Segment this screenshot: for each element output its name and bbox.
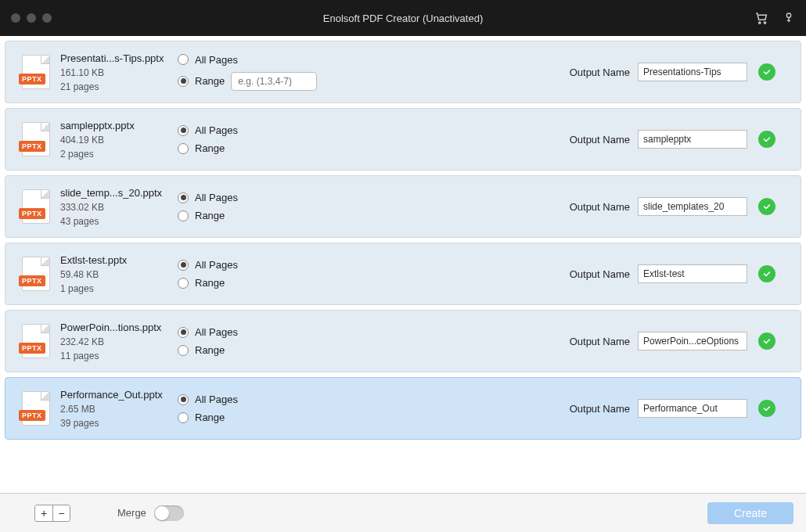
- output-name-input[interactable]: [638, 130, 747, 149]
- file-name: Performance_Out.pptx: [60, 389, 178, 401]
- range-radio[interactable]: [178, 143, 189, 154]
- all-pages-label: All Pages: [195, 54, 238, 66]
- file-type-icon: PPTX: [20, 324, 52, 358]
- close-window-button[interactable]: [11, 13, 20, 23]
- all-pages-radio[interactable]: [178, 192, 189, 203]
- output-name-label: Output Name: [570, 336, 630, 347]
- range-label: Range: [195, 277, 225, 289]
- status-column: [747, 332, 786, 350]
- file-type-tag: PPTX: [19, 275, 45, 286]
- file-info: slide_temp...s_20.pptx333.02 KB43 pages: [52, 187, 178, 227]
- range-label: Range: [195, 210, 225, 221]
- page-selection: All PagesRange: [178, 394, 373, 423]
- file-page-count: 39 pages: [60, 418, 178, 429]
- output-name-label: Output Name: [570, 134, 630, 146]
- range-label: Range: [195, 75, 225, 87]
- zoom-window-button[interactable]: [42, 13, 52, 23]
- status-column: [747, 400, 786, 417]
- range-input[interactable]: [231, 72, 317, 91]
- file-page-count: 2 pages: [60, 149, 178, 160]
- output-name-input[interactable]: [638, 399, 747, 418]
- file-size: 59.48 KB: [60, 269, 178, 280]
- all-pages-radio[interactable]: [178, 125, 189, 136]
- file-type-tag: PPTX: [19, 410, 45, 421]
- file-type-tag: PPTX: [19, 208, 45, 219]
- remove-file-button[interactable]: −: [52, 505, 70, 521]
- file-name: PowerPoin...tions.pptx: [60, 322, 178, 333]
- file-list: PPTXPresentati...s-Tips.pptx161.10 KB21 …: [0, 36, 806, 493]
- status-column: [747, 131, 786, 148]
- status-column: [747, 265, 786, 282]
- output-name-input[interactable]: [638, 63, 747, 81]
- add-remove-group: + −: [34, 505, 70, 522]
- file-row[interactable]: PPTXPerformance_Out.pptx2.65 MB39 pagesA…: [5, 377, 801, 440]
- file-type-icon: PPTX: [20, 122, 52, 156]
- page-selection: All PagesRange: [178, 54, 373, 91]
- svg-point-2: [786, 13, 790, 17]
- file-name: Presentati...s-Tips.pptx: [60, 52, 178, 64]
- file-page-count: 21 pages: [60, 81, 178, 92]
- file-row[interactable]: PPTXPowerPoin...tions.pptx232.42 KB11 pa…: [5, 310, 801, 372]
- file-type-icon: PPTX: [20, 189, 52, 224]
- minimize-window-button[interactable]: [27, 13, 36, 23]
- file-row[interactable]: PPTXExtlst-test.pptx59.48 KB1 pagesAll P…: [5, 243, 801, 305]
- output-column: Output Name: [570, 399, 747, 418]
- page-selection: All PagesRange: [178, 259, 373, 289]
- status-success-icon: [758, 400, 775, 417]
- file-info: PowerPoin...tions.pptx232.42 KB11 pages: [52, 322, 178, 361]
- output-name-input[interactable]: [638, 197, 747, 216]
- file-size: 333.02 KB: [60, 202, 178, 213]
- range-radio[interactable]: [178, 76, 189, 87]
- svg-point-1: [764, 22, 765, 23]
- range-radio[interactable]: [178, 412, 189, 423]
- output-name-label: Output Name: [570, 268, 630, 280]
- file-type-tag: PPTX: [19, 343, 45, 354]
- window-controls: [11, 13, 52, 23]
- file-page-count: 43 pages: [60, 216, 178, 227]
- status-success-icon: [758, 131, 775, 148]
- range-label: Range: [195, 142, 225, 154]
- range-label: Range: [195, 412, 225, 423]
- window-title: Enolsoft PDF Creator (Unactivated): [0, 13, 806, 24]
- range-radio[interactable]: [178, 278, 189, 289]
- status-column: [747, 63, 786, 81]
- page-selection: All PagesRange: [178, 124, 373, 154]
- output-column: Output Name: [570, 197, 747, 216]
- svg-point-0: [759, 22, 761, 23]
- range-radio[interactable]: [178, 210, 189, 221]
- range-radio[interactable]: [178, 345, 189, 356]
- page-selection: All PagesRange: [178, 192, 373, 221]
- merge-toggle[interactable]: [154, 505, 184, 521]
- file-size: 232.42 KB: [60, 336, 178, 347]
- file-name: Extlst-test.pptx: [60, 254, 178, 266]
- file-type-tag: PPTX: [19, 74, 45, 84]
- file-row[interactable]: PPTXsamplepptx.pptx404.19 KB2 pagesAll P…: [5, 108, 801, 171]
- cart-icon[interactable]: [754, 11, 768, 25]
- all-pages-radio[interactable]: [178, 54, 189, 65]
- file-row[interactable]: PPTXPresentati...s-Tips.pptx161.10 KB21 …: [5, 41, 801, 103]
- output-column: Output Name: [570, 130, 747, 149]
- create-button[interactable]: Create: [707, 502, 793, 524]
- file-info: samplepptx.pptx404.19 KB2 pages: [52, 120, 178, 160]
- status-success-icon: [758, 332, 775, 350]
- file-name: samplepptx.pptx: [60, 120, 178, 131]
- output-name-label: Output Name: [570, 403, 630, 415]
- all-pages-radio[interactable]: [178, 394, 189, 405]
- status-success-icon: [758, 198, 775, 215]
- merge-label: Merge: [117, 507, 146, 519]
- all-pages-radio[interactable]: [178, 327, 189, 338]
- range-label: Range: [195, 344, 225, 356]
- output-name-label: Output Name: [570, 201, 630, 213]
- output-name-input[interactable]: [638, 264, 747, 283]
- file-size: 2.65 MB: [60, 404, 178, 415]
- add-file-button[interactable]: +: [35, 505, 52, 521]
- file-size: 404.19 KB: [60, 135, 178, 146]
- file-row[interactable]: PPTXslide_temp...s_20.pptx333.02 KB43 pa…: [5, 175, 801, 238]
- status-success-icon: [758, 63, 775, 81]
- bottom-toolbar: + − Merge Create: [0, 493, 806, 532]
- key-icon[interactable]: [783, 12, 795, 24]
- output-name-input[interactable]: [638, 332, 747, 350]
- output-column: Output Name: [570, 264, 747, 283]
- all-pages-label: All Pages: [195, 259, 238, 271]
- all-pages-radio[interactable]: [178, 260, 189, 271]
